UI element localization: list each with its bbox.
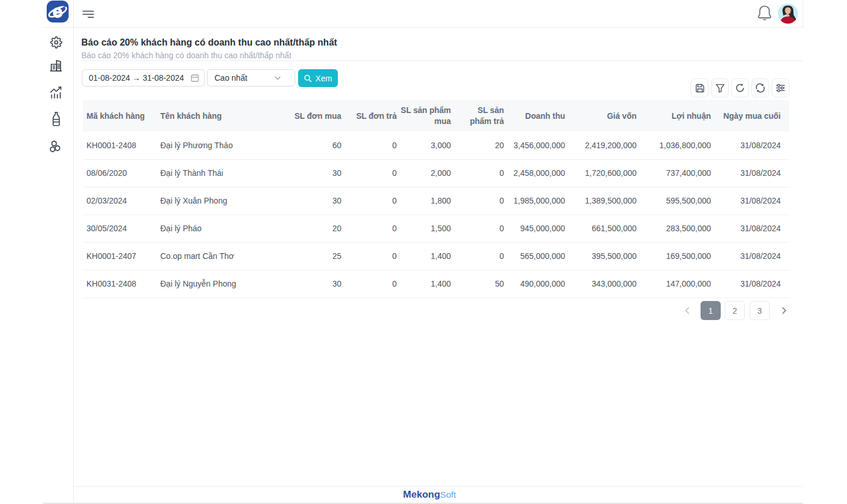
svg-text:e: e xyxy=(51,1,63,21)
